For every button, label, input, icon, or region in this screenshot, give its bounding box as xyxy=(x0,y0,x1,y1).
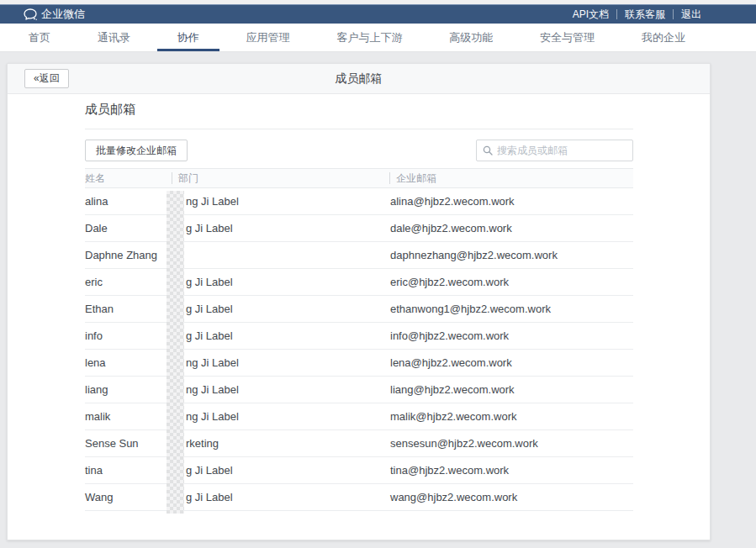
nav-tab-advanced-features[interactable]: 高级功能 xyxy=(429,24,513,51)
logo-text: 企业微信 xyxy=(41,7,85,22)
member-name-cell: tina xyxy=(85,464,172,477)
nav-tab-customers[interactable]: 客户与上下游 xyxy=(316,24,422,51)
department-cell: ng Ji Label xyxy=(172,410,389,423)
wecom-logo[interactable]: 企业微信 xyxy=(24,7,85,22)
email-cell: eric@hjbz2.wecom.work xyxy=(389,276,633,288)
email-cell: sensesun@hjbz2.wecom.work xyxy=(389,437,633,450)
department-cell: g Ji Label xyxy=(172,491,389,503)
department-cell: ng Ji Label xyxy=(172,195,389,208)
main-nav: 首页通讯录协作应用管理客户与上下游高级功能安全与管理我的企业 xyxy=(0,24,756,52)
email-cell: dale@hjbz2.wecom.work xyxy=(389,222,633,234)
email-cell: ethanwong1@hjbz2.wecom.work xyxy=(389,303,633,315)
table-header-row: 姓名部门企业邮箱 xyxy=(85,168,633,188)
column-header: 姓名 xyxy=(85,169,172,187)
member-table: 姓名部门企业邮箱 alina ng Ji Label alina@hjbz2.w… xyxy=(85,168,633,511)
email-cell: info@hjbz2.wecom.work xyxy=(389,329,633,342)
topbar-link-api-docs[interactable]: API文档 xyxy=(565,9,616,19)
member-name-cell: Sense Sun xyxy=(85,437,172,450)
search-box xyxy=(476,140,633,161)
member-mailbox-panel: «返回 成员邮箱 成员邮箱 批量修改企业邮箱 姓名部门企业邮箱 alina ng… xyxy=(7,63,711,540)
member-name-cell: Dale xyxy=(85,222,172,234)
chat-bubble-icon xyxy=(24,8,37,20)
member-name-cell: lena xyxy=(85,356,172,369)
search-input[interactable] xyxy=(497,145,626,156)
topbar-links: API文档联系客服退出 xyxy=(565,9,709,19)
panel-content: 成员邮箱 批量修改企业邮箱 姓名部门企业邮箱 alina ng Ji Label… xyxy=(8,94,710,511)
email-cell: liang@hjbz2.wecom.work xyxy=(389,383,633,396)
topbar-link-contact-support[interactable]: 联系客服 xyxy=(616,9,673,19)
email-cell: alina@hjbz2.wecom.work xyxy=(389,195,633,208)
nav-tab-contacts[interactable]: 通讯录 xyxy=(77,24,151,51)
back-button[interactable]: «返回 xyxy=(24,69,69,88)
department-cell: ng Ji Label xyxy=(172,356,389,369)
email-cell: tina@hjbz2.wecom.work xyxy=(389,464,633,477)
member-name-cell: liang xyxy=(85,383,172,396)
nav-tab-security-management[interactable]: 安全与管理 xyxy=(520,24,615,51)
nav-tab-collaboration[interactable]: 协作 xyxy=(157,24,219,51)
member-name-cell: info xyxy=(85,329,172,342)
department-cell: g Ji Label xyxy=(172,222,389,234)
department-cell: g Ji Label xyxy=(172,303,389,315)
member-name-cell: eric xyxy=(85,276,172,288)
page-title: 成员邮箱 xyxy=(8,64,710,93)
panel-header: «返回 成员邮箱 xyxy=(8,64,710,94)
batch-edit-email-button[interactable]: 批量修改企业邮箱 xyxy=(85,140,188,161)
section-heading: 成员邮箱 xyxy=(85,94,633,129)
email-cell: malik@hjbz2.wecom.work xyxy=(389,410,633,423)
department-cell: g Ji Label xyxy=(172,329,389,342)
email-cell: lena@hjbz2.wecom.work xyxy=(389,356,633,369)
department-cell: rketing xyxy=(172,437,389,450)
member-name-cell: Wang xyxy=(85,491,172,503)
search-icon xyxy=(483,145,493,155)
toolbar: 批量修改企业邮箱 xyxy=(85,140,633,161)
nav-tab-home[interactable]: 首页 xyxy=(8,24,71,51)
email-cell: daphnezhang@hjbz2.wecom.work xyxy=(389,249,633,261)
member-name-cell: alina xyxy=(85,195,172,208)
member-name-cell: malik xyxy=(85,410,172,423)
nav-tab-app-management[interactable]: 应用管理 xyxy=(226,24,310,51)
member-name-cell: Daphne Zhang xyxy=(85,249,172,261)
nav-tab-my-company[interactable]: 我的企业 xyxy=(621,24,706,51)
department-cell: ng Ji Label xyxy=(172,383,389,396)
top-bar: 企业微信 API文档联系客服退出 xyxy=(0,4,756,24)
column-header: 企业邮箱 xyxy=(389,169,633,187)
email-cell: wang@hjbz2.wecom.work xyxy=(389,491,633,503)
department-cell: g Ji Label xyxy=(172,276,389,288)
department-cell: g Ji Label xyxy=(172,464,389,477)
column-header: 部门 xyxy=(172,169,389,187)
topbar-link-logout[interactable]: 退出 xyxy=(673,9,709,19)
redaction-blur xyxy=(167,191,184,514)
member-name-cell: Ethan xyxy=(85,303,172,315)
